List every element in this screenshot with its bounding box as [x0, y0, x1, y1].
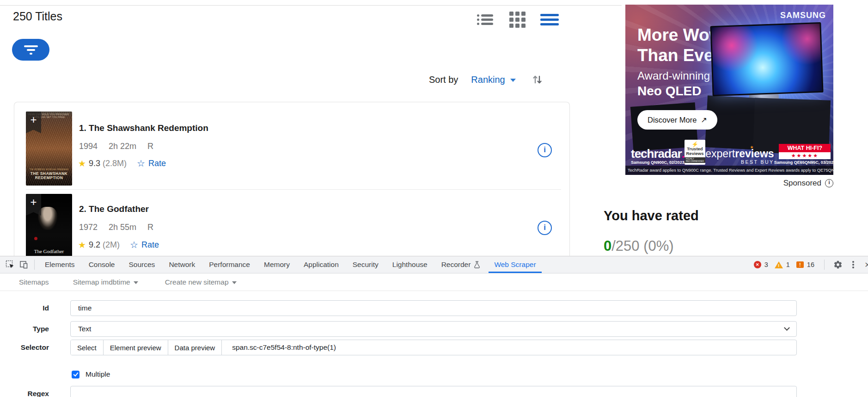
movie-runtime: 2h 22m: [109, 142, 136, 151]
ad-subheadline: Award-winning: [637, 69, 710, 82]
filter-icon: [24, 45, 38, 47]
tab-elements[interactable]: Elements: [38, 256, 82, 273]
sitemap-imdbtime-menu[interactable]: Sitemap imdbtime: [73, 278, 138, 286]
chevron-down-icon: [510, 79, 516, 82]
discover-more-button[interactable]: Discover More ↗: [637, 110, 717, 130]
settings-button[interactable]: [831, 258, 845, 271]
detail-view-button[interactable]: [540, 10, 559, 29]
samsung-ad[interactable]: SAMSUNG More Wow Than Ever Award-winning…: [625, 5, 833, 175]
gear-icon: [833, 260, 843, 269]
devtools-tabs: Elements Console Sources Network Perform…: [38, 256, 543, 273]
vote-count: (2M): [103, 240, 120, 250]
poster-caption: The Godfather: [26, 248, 72, 254]
movie-meta: 1994 2h 22m R: [79, 142, 165, 151]
tab-web-scraper[interactable]: Web Scraper: [487, 256, 543, 273]
multiple-row: Multiple: [72, 370, 110, 378]
id-label: Id: [0, 300, 49, 316]
sort-order-button[interactable]: [531, 73, 544, 86]
chevron-down-icon: [134, 281, 138, 284]
watchlist-add-button[interactable]: +: [26, 112, 41, 133]
tab-application[interactable]: Application: [297, 256, 346, 273]
error-count[interactable]: 3: [764, 261, 768, 268]
poster-cast: TIM ROBBINS MORGAN FREEMAN: [27, 168, 71, 171]
tab-lighthouse[interactable]: Lighthouse: [385, 256, 434, 273]
sort-by-label: Sort by: [429, 74, 458, 85]
issues-count[interactable]: 16: [807, 261, 814, 268]
ad-disclaimer: TechRadar award applies to QN900C range.…: [625, 166, 833, 175]
type-select[interactable]: Text: [70, 321, 797, 337]
grid-view-icon: [509, 12, 526, 28]
poster-caption: THE SHAWSHANK REDEMPTION: [27, 172, 71, 180]
error-icon[interactable]: [754, 261, 761, 268]
more-options-button[interactable]: [848, 261, 858, 268]
data-preview-button[interactable]: Data preview: [168, 340, 222, 355]
selector-value[interactable]: span.sc-c7e5f54-8:nth-of-type(1): [222, 340, 796, 355]
info-button[interactable]: [538, 143, 552, 157]
sort-arrows-icon: [531, 73, 544, 86]
close-devtools-button[interactable]: ✕: [862, 261, 868, 269]
star-icon: [78, 158, 86, 169]
star-icon: ★: [750, 145, 753, 149]
rated-heading: You have rated: [604, 208, 699, 223]
movie-poster[interactable]: FEAR CAN HOLD YOU PRISONER. HOPE CAN SET…: [26, 112, 72, 186]
id-input[interactable]: [70, 300, 797, 316]
movie-year: 1972: [79, 223, 98, 232]
filter-button[interactable]: [12, 39, 49, 61]
type-label: Type: [0, 321, 49, 337]
chevron-down-icon: [784, 325, 790, 331]
samsung-logo: SAMSUNG: [780, 11, 826, 20]
rate-button[interactable]: Rate: [137, 158, 166, 169]
rated-total: /250 (0%): [611, 238, 673, 254]
device-toolbar-icon: [19, 260, 29, 269]
tab-memory[interactable]: Memory: [257, 256, 297, 273]
rate-button[interactable]: Rate: [130, 239, 159, 250]
rate-star-icon: [137, 158, 145, 169]
sponsored-row: Sponsored: [625, 179, 833, 188]
rating-value: 9.2: [89, 240, 100, 250]
ad-info-icon[interactable]: [825, 179, 833, 187]
movie-title[interactable]: 1. The Shawshank Redemption: [79, 123, 208, 133]
tv-image: [710, 22, 823, 96]
tab-security[interactable]: Security: [346, 256, 385, 273]
header-divider: [0, 5, 622, 6]
watchlist-add-button[interactable]: +: [26, 194, 41, 216]
devtools-tabbar: Elements Console Sources Network Perform…: [0, 256, 868, 273]
sort-ranking-dropdown[interactable]: Ranking: [471, 74, 515, 85]
movie-poster[interactable]: The Godfather +: [26, 194, 72, 256]
devtools-panel: Elements Console Sources Network Perform…: [0, 256, 868, 397]
movie-title[interactable]: 2. The Godfather: [79, 204, 149, 214]
tab-sources[interactable]: Sources: [122, 256, 162, 273]
detail-view-icon: [540, 14, 559, 25]
inspect-element-button[interactable]: [3, 258, 17, 271]
movie-year: 1994: [79, 142, 98, 151]
multiple-checkbox[interactable]: [72, 371, 79, 378]
rate-star-icon: [130, 239, 138, 250]
select-button[interactable]: Select: [71, 340, 104, 355]
info-button[interactable]: [538, 221, 552, 235]
rated-count: 0: [604, 238, 611, 254]
type-value: Text: [78, 325, 91, 333]
movie-meta: 1972 2h 55m R: [79, 223, 165, 232]
create-new-sitemap-menu[interactable]: Create new sitemap: [165, 278, 237, 286]
sitemaps-menu[interactable]: Sitemaps: [19, 278, 49, 286]
grid-view-button[interactable]: [507, 10, 527, 29]
tab-console[interactable]: Console: [82, 256, 122, 273]
tab-recorder[interactable]: Recorder: [434, 256, 488, 273]
issues-icon[interactable]: [796, 261, 804, 268]
inspect-cursor-icon: [6, 260, 15, 269]
rated-progress: 0/250 (0%): [604, 238, 674, 254]
rating-row: 9.2 (2M) Rate: [78, 239, 159, 250]
movie-runtime: 2h 55m: [109, 223, 136, 232]
warning-count[interactable]: 1: [786, 261, 790, 268]
movie-list-card: FEAR CAN HOLD YOU PRISONER. HOPE CAN SET…: [14, 102, 570, 256]
selector-field: Select Element preview Data preview span…: [70, 340, 797, 355]
flask-icon: [474, 261, 480, 268]
list-view-button[interactable]: [475, 10, 495, 29]
ad-awards-row: techradar. Samsung QN900C, 02/2023 ⚡ Tru…: [625, 140, 833, 165]
element-preview-button[interactable]: Element preview: [104, 340, 168, 355]
tab-performance[interactable]: Performance: [202, 256, 257, 273]
regex-input[interactable]: [70, 386, 797, 397]
warning-icon[interactable]: [775, 261, 783, 268]
tab-network[interactable]: Network: [162, 256, 202, 273]
device-toolbar-button[interactable]: [17, 258, 31, 271]
